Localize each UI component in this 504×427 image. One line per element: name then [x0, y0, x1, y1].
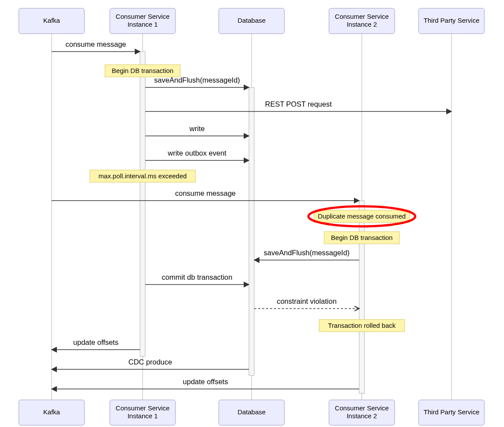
actor-kafka-bottom: Kafka [19, 400, 84, 425]
note-text: Duplicate message consumed [318, 212, 406, 220]
actor-consumer2-top: Consumer ServiceInstance 2 [329, 8, 395, 34]
actor-label: Consumer Service [116, 404, 169, 412]
message-label: update offsets [183, 378, 228, 385]
message-label: write [189, 125, 205, 132]
actor-consumer1-bottom: Consumer ServiceInstance 1 [110, 400, 175, 425]
message-label: update offsets [73, 338, 118, 346]
message-label: REST POST request [265, 100, 332, 108]
actor-label: Instance 2 [346, 21, 377, 28]
activation-bar [249, 87, 254, 375]
actor-label: Database [238, 17, 266, 24]
actor-label: Consumer Service [335, 404, 388, 412]
note: max.poll.interval.ms exceeded [90, 170, 195, 182]
actor-label: Third Party Service [424, 17, 480, 24]
activation-bar [140, 52, 145, 356]
actor-label: Instance 1 [127, 412, 158, 420]
note-text: Begin DB transaction [112, 67, 174, 74]
note-text: Begin DB transaction [331, 234, 393, 241]
note: Begin DB transaction [324, 232, 399, 244]
actor-database-top: Database [219, 8, 284, 34]
actor-label: Kafka [43, 408, 60, 416]
message-label: consume message [175, 189, 236, 197]
actor-consumer2-bottom: Consumer ServiceInstance 2 [329, 400, 395, 425]
actor-thirdparty-bottom: Third Party Service [419, 400, 484, 425]
note: Transaction rolled back [319, 319, 404, 332]
message-label: consume message [66, 40, 126, 48]
message-label: write outbox event [168, 149, 227, 157]
note-text: max.poll.interval.ms exceeded [98, 172, 187, 180]
actor-thirdparty-top: Third Party Service [419, 8, 484, 34]
note-text: Transaction rolled back [328, 322, 396, 329]
message-label: CDC produce [129, 358, 172, 366]
actor-database-bottom: Database [219, 400, 284, 425]
note: Begin DB transaction [105, 65, 180, 77]
actor-kafka-top: Kafka [19, 8, 84, 34]
actor-label: Third Party Service [424, 408, 480, 416]
message-label: saveAndFlush(messageId) [154, 76, 240, 84]
message-label: constraint violation [277, 297, 337, 305]
actor-label: Kafka [43, 17, 60, 24]
message-label: commit db transaction [162, 273, 232, 281]
actor-label: Instance 2 [346, 412, 377, 420]
actor-label: Database [238, 408, 266, 416]
actor-label: Instance 1 [127, 21, 158, 28]
activation-bar [359, 201, 364, 393]
actor-label: Consumer Service [335, 13, 388, 20]
actor-label: Consumer Service [116, 13, 169, 20]
message-label: saveAndFlush(messageId) [264, 249, 350, 257]
actor-consumer1-top: Consumer ServiceInstance 1 [110, 8, 175, 34]
